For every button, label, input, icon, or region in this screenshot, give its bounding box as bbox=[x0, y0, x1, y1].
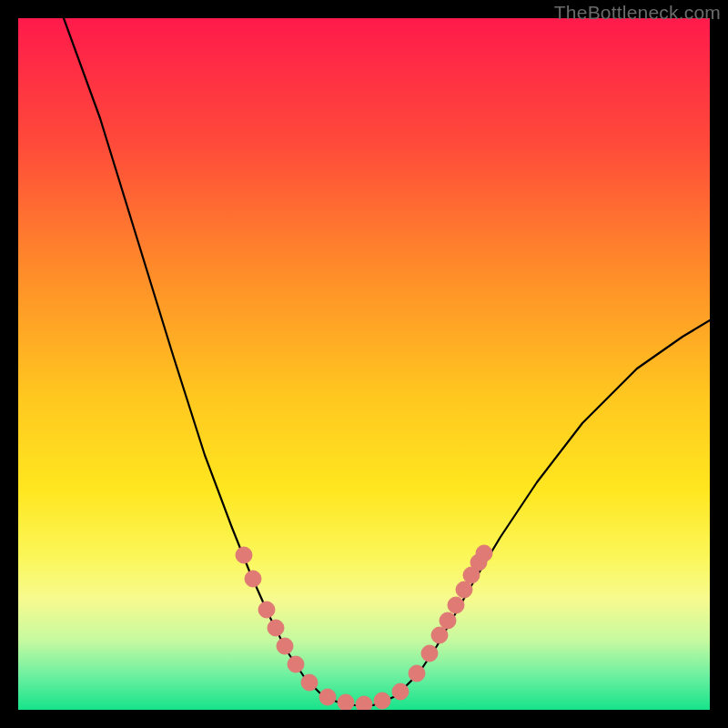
highlight-dot bbox=[374, 693, 390, 709]
highlight-dot bbox=[277, 638, 293, 654]
watermark-text: TheBottleneck.com bbox=[554, 2, 721, 24]
highlight-dot bbox=[431, 627, 448, 643]
highlight-dot bbox=[476, 545, 492, 561]
highlight-dot bbox=[288, 656, 304, 672]
highlight-dot bbox=[268, 620, 284, 636]
highlight-dot bbox=[356, 696, 372, 710]
highlight-dots-group bbox=[236, 545, 492, 710]
highlight-dot bbox=[301, 674, 318, 691]
highlight-dot bbox=[409, 665, 425, 682]
highlight-dot bbox=[421, 645, 438, 662]
highlight-dot bbox=[245, 571, 261, 587]
highlight-dot bbox=[236, 547, 252, 563]
bottleneck-chart-svg bbox=[18, 18, 710, 710]
highlight-dot bbox=[392, 683, 409, 700]
highlight-dot bbox=[440, 612, 456, 629]
bottleneck-curve-line bbox=[64, 18, 710, 705]
highlight-dot bbox=[448, 597, 464, 613]
highlight-dot bbox=[258, 602, 275, 618]
highlight-dot bbox=[319, 689, 336, 705]
highlight-dot bbox=[338, 694, 354, 710]
highlight-dot bbox=[456, 581, 472, 598]
